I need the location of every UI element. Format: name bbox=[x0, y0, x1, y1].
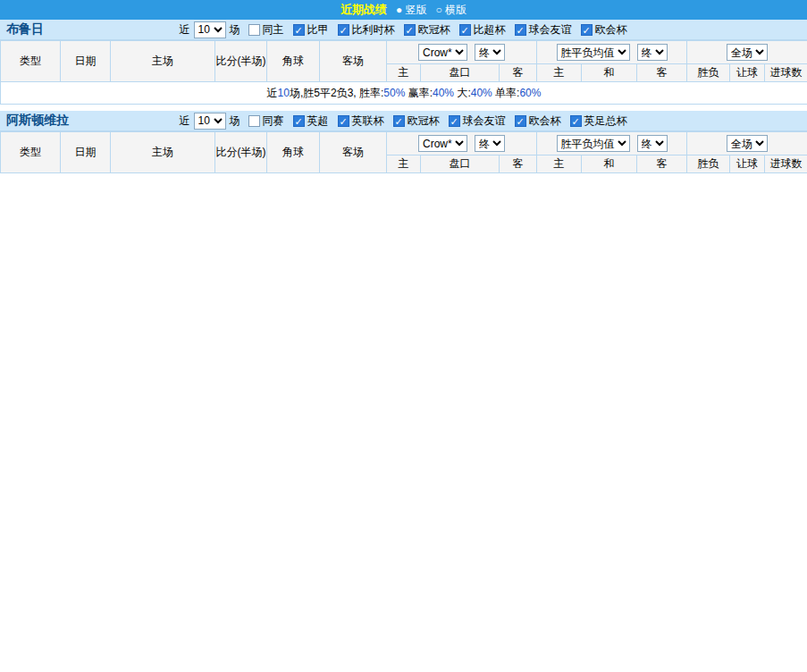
recent-count-select[interactable]: 10 bbox=[194, 21, 226, 38]
bookmaker-select[interactable]: Crow* bbox=[418, 135, 467, 152]
col-header-handicap-result: 让球 bbox=[730, 64, 765, 82]
competition-label: 英联杯 bbox=[352, 113, 384, 129]
team-name: 阿斯顿维拉 bbox=[6, 113, 69, 129]
near-label: 近 bbox=[180, 22, 190, 38]
same-venue-checkbox[interactable] bbox=[248, 24, 260, 36]
avg-select-cell: 胜平负均值终 bbox=[537, 41, 687, 64]
col-header-date: 日期 bbox=[61, 41, 111, 82]
bookmaker-select[interactable]: Crow* bbox=[418, 44, 467, 61]
win-draw-loss-average-select[interactable]: 胜平负均值 bbox=[557, 44, 630, 61]
competition-label: 英超 bbox=[307, 113, 329, 129]
col-header-type: 类型 bbox=[1, 132, 61, 173]
competition-label: 球会友谊 bbox=[463, 113, 506, 129]
bookmaker-select-cell: Crow*终 bbox=[387, 132, 537, 155]
summary-segment: 10 bbox=[278, 87, 290, 99]
summary-segment: 50% bbox=[383, 87, 405, 99]
col-header-euro-home: 主 bbox=[537, 64, 582, 82]
competition-checkbox[interactable] bbox=[581, 24, 593, 36]
competition-label: 欧会杯 bbox=[595, 22, 627, 38]
col-header-euro-draw: 和 bbox=[582, 155, 637, 173]
col-header-corner: 角球 bbox=[267, 41, 320, 82]
summary-segment: 单率: bbox=[492, 87, 520, 99]
col-header-result: 胜负 bbox=[687, 155, 730, 173]
competition-checkbox[interactable] bbox=[459, 24, 471, 36]
win-draw-loss-average-select[interactable]: 胜平负均值 bbox=[557, 135, 630, 152]
col-header-score: 比分(半场) bbox=[215, 41, 267, 82]
summary-segment: 赢率: bbox=[405, 87, 433, 99]
competition-checkbox[interactable] bbox=[393, 115, 405, 127]
col-header-handicap-home: 主 bbox=[387, 64, 421, 82]
competition-label: 球会友谊 bbox=[529, 22, 572, 38]
filters: 近 10 场 同赛 英超 英联杯 欧冠杯 球会友谊 欧会杯 英足总杯 bbox=[180, 113, 628, 130]
col-header-away: 客场 bbox=[320, 41, 387, 82]
competition-label: 英足总杯 bbox=[584, 113, 627, 129]
same-competition-checkbox[interactable] bbox=[248, 115, 260, 127]
near-label: 近 bbox=[180, 113, 190, 129]
same-competition-label: 同赛 bbox=[263, 113, 284, 129]
competition-label: 比利时杯 bbox=[352, 22, 395, 38]
competition-checkbox[interactable] bbox=[449, 115, 460, 127]
col-header-handicap-away: 客 bbox=[500, 155, 537, 173]
team-section-brugge: 布鲁日 近 10 场 同主 比甲 比利时杯 欧冠杯 比超杯 球会友谊 欧会杯 类… bbox=[0, 20, 807, 105]
summary-row: 近10场,胜5平2负3, 胜率:50% 赢率:40% 大:40% 单率:60% bbox=[1, 82, 807, 105]
competition-checkbox[interactable] bbox=[338, 24, 349, 36]
summary-segment: 近 bbox=[267, 87, 278, 99]
col-header-type: 类型 bbox=[1, 41, 61, 82]
col-header-handicap-away: 客 bbox=[500, 64, 537, 82]
competition-label: 欧会杯 bbox=[529, 113, 561, 129]
competition-label: 比甲 bbox=[307, 22, 329, 38]
layout-radio-horizontal[interactable]: 横版 bbox=[436, 3, 467, 18]
recent-count-select[interactable]: 10 bbox=[194, 113, 226, 130]
fulltime-select-cell: 全场 bbox=[687, 41, 807, 64]
competition-checkbox[interactable] bbox=[570, 115, 582, 127]
competition-checkbox[interactable] bbox=[404, 24, 416, 36]
games-label: 场 bbox=[230, 22, 240, 38]
col-header-corner: 角球 bbox=[267, 132, 320, 173]
fulltime-select[interactable]: 全场 bbox=[727, 44, 768, 61]
team-filter-bar: 布鲁日 近 10 场 同主 比甲 比利时杯 欧冠杯 比超杯 球会友谊 欧会杯 bbox=[0, 20, 807, 40]
odds-final-select[interactable]: 终 bbox=[475, 44, 505, 61]
col-header-score: 比分(半场) bbox=[215, 132, 267, 173]
col-header-euro-away: 客 bbox=[637, 64, 687, 82]
col-header-goals-result: 进球数 bbox=[765, 64, 807, 82]
odds-final-select[interactable]: 终 bbox=[475, 135, 505, 152]
page-title: 近期战绩 bbox=[340, 2, 387, 18]
radio-label: 横版 bbox=[445, 4, 467, 16]
col-header-result: 胜负 bbox=[687, 64, 730, 82]
col-header-euro-draw: 和 bbox=[582, 64, 637, 82]
col-header-handicap-line: 盘口 bbox=[421, 155, 500, 173]
radio-label: 竖版 bbox=[406, 4, 427, 16]
col-header-handicap-line: 盘口 bbox=[421, 64, 500, 82]
fulltime-select[interactable]: 全场 bbox=[727, 135, 768, 152]
col-header-home: 主场 bbox=[111, 132, 215, 173]
avg-select-cell: 胜平负均值终 bbox=[537, 132, 687, 155]
layout-radio-vertical[interactable]: 竖版 bbox=[396, 3, 427, 18]
summary-segment: 场,胜5平2负3, 胜率: bbox=[290, 87, 383, 99]
competition-checkbox[interactable] bbox=[293, 24, 305, 36]
competition-checkbox[interactable] bbox=[293, 115, 305, 127]
col-header-away: 客场 bbox=[320, 132, 387, 173]
avg-final-select[interactable]: 终 bbox=[637, 44, 668, 61]
col-header-handicap-home: 主 bbox=[387, 155, 421, 173]
team-filter-bar: 阿斯顿维拉 近 10 场 同赛 英超 英联杯 欧冠杯 球会友谊 欧会杯 英足总杯 bbox=[0, 111, 807, 131]
col-header-euro-away: 客 bbox=[637, 155, 687, 173]
summary-segment: 大: bbox=[454, 87, 471, 99]
competition-checkbox[interactable] bbox=[515, 115, 526, 127]
col-header-date: 日期 bbox=[61, 132, 111, 173]
team-section-aston-villa: 阿斯顿维拉 近 10 场 同赛 英超 英联杯 欧冠杯 球会友谊 欧会杯 英足总杯… bbox=[0, 111, 807, 173]
top-bar: 近期战绩 竖版 横版 bbox=[0, 0, 807, 20]
col-header-euro-home: 主 bbox=[537, 155, 582, 173]
avg-final-select[interactable]: 终 bbox=[637, 135, 668, 152]
matches-table: 类型 日期 主场 比分(半场) 角球 客场 Crow*终 胜平负均值终 全场 主… bbox=[0, 40, 807, 105]
summary-segment: 40% bbox=[433, 87, 454, 99]
matches-table: 类型 日期 主场 比分(半场) 角球 客场 Crow*终 胜平负均值终 全场 主… bbox=[0, 131, 807, 173]
competition-checkbox[interactable] bbox=[338, 115, 349, 127]
summary-segment: 60% bbox=[519, 87, 541, 99]
col-header-home: 主场 bbox=[111, 41, 215, 82]
competition-checkbox[interactable] bbox=[515, 24, 526, 36]
summary-segment: 40% bbox=[471, 87, 492, 99]
competition-label: 欧冠杯 bbox=[408, 113, 440, 129]
competition-label: 比超杯 bbox=[474, 22, 506, 38]
same-venue-label: 同主 bbox=[263, 22, 284, 38]
games-label: 场 bbox=[230, 113, 240, 129]
